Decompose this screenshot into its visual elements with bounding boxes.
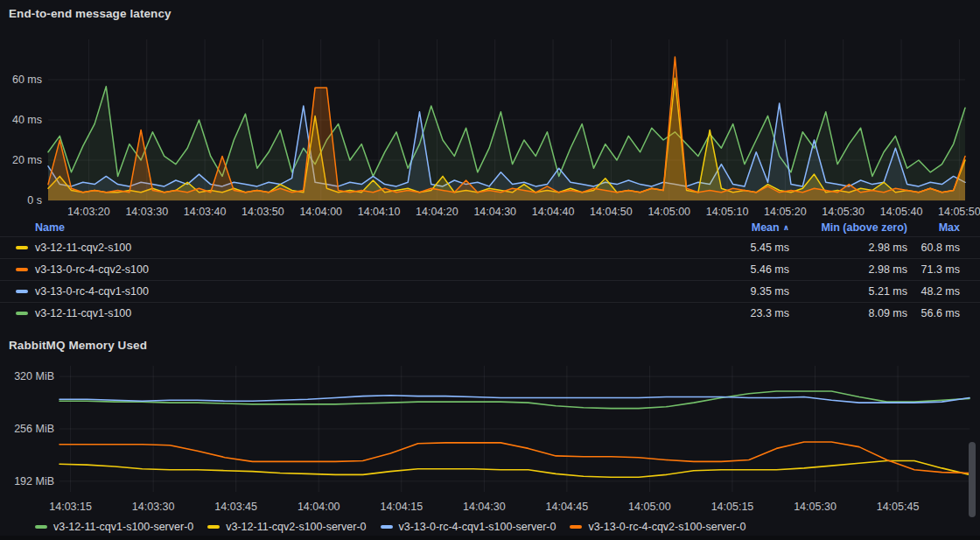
series-min-value: 5.21 ms: [869, 285, 907, 298]
sort-asc-icon: ∧: [783, 223, 789, 232]
series-color-swatch: [35, 525, 47, 529]
svg-text:14:05:45: 14:05:45: [877, 501, 920, 513]
series-color-swatch: [207, 525, 220, 529]
legend-table-row[interactable]: v3-12-11-cqv2-s100 5.45 ms 2.98 ms 60.8 …: [0, 236, 980, 258]
svg-text:192 MiB: 192 MiB: [14, 475, 54, 487]
svg-text:14:04:30: 14:04:30: [463, 501, 506, 513]
series-mean-value: 9.35 ms: [751, 285, 789, 298]
svg-text:14:05:00: 14:05:00: [628, 501, 671, 513]
column-header-name[interactable]: Name: [35, 221, 65, 234]
legend-table-row[interactable]: v3-12-11-cqv1-s100 23.3 ms 8.09 ms 56.6 …: [0, 302, 980, 324]
panel-title-latency: End-to-end message latency: [9, 7, 172, 20]
legend-table-row[interactable]: v3-13-0-rc-4-cqv2-s100 5.46 ms 2.98 ms 7…: [0, 258, 980, 280]
series-min-value: 2.98 ms: [869, 263, 907, 276]
legend-table-header: Name Mean∧ Min (above zero) Max: [0, 218, 980, 236]
series-color-swatch: [570, 525, 582, 529]
legend-item[interactable]: v3-12-11-cqv2-s100-server-0: [207, 521, 366, 533]
series-color-swatch: [381, 525, 393, 529]
svg-text:14:04:15: 14:04:15: [380, 501, 423, 513]
series-mean-value: 5.46 ms: [751, 263, 789, 276]
column-header-max[interactable]: Max: [939, 221, 960, 234]
series-color-swatch: [16, 312, 28, 315]
series-max-value: 48.2 ms: [921, 285, 960, 298]
svg-text:14:03:30: 14:03:30: [132, 501, 175, 513]
series-color-swatch: [16, 246, 28, 249]
series-name: v3-12-11-cqv2-s100-server-0: [226, 521, 366, 533]
column-header-min[interactable]: Min (above zero): [821, 221, 907, 234]
series-name[interactable]: v3-12-11-cqv2-s100: [35, 242, 131, 254]
series-name[interactable]: v3-13-0-rc-4-cqv2-s100: [35, 263, 149, 276]
series-mean-value: 5.45 ms: [751, 242, 789, 254]
series-max-value: 56.6 ms: [921, 307, 960, 319]
series-name: v3-13-0-rc-4-cqv2-s100-server-0: [588, 521, 746, 533]
svg-text:14:04:00: 14:04:00: [298, 501, 340, 513]
series-name[interactable]: v3-12-11-cqv1-s100: [35, 307, 131, 319]
series-max-value: 71.3 ms: [921, 263, 960, 276]
svg-text:256 MiB: 256 MiB: [14, 423, 54, 435]
series-name: v3-12-11-cqv1-s100-server-0: [53, 521, 193, 533]
legend-table-row[interactable]: v3-13-0-rc-4-cqv1-s100 9.35 ms 5.21 ms 4…: [0, 280, 980, 302]
svg-text:14:05:30: 14:05:30: [794, 501, 836, 513]
legend-item[interactable]: v3-12-11-cqv1-s100-server-0: [35, 521, 193, 533]
memory-chart-legend: v3-12-11-cqv1-s100-server-0 v3-12-11-cqv…: [35, 521, 746, 533]
svg-text:14:05:15: 14:05:15: [711, 501, 754, 513]
svg-text:14:03:45: 14:03:45: [214, 501, 257, 513]
page-bottom-edge: [0, 536, 980, 540]
series-mean-value: 23.3 ms: [751, 307, 789, 319]
series-color-swatch: [16, 290, 28, 293]
svg-text:320 MiB: 320 MiB: [14, 370, 54, 382]
panel-title-memory: RabbitMQ Memory Used: [9, 339, 147, 352]
legend-scrollbar[interactable]: [969, 442, 976, 517]
svg-text:14:04:45: 14:04:45: [546, 501, 589, 513]
dashboard: 0 s20 ms40 ms60 ms14:03:2014:03:3014:03:…: [0, 0, 980, 540]
series-name: v3-13-0-rc-4-cqv1-s100-server-0: [399, 521, 556, 533]
legend-item[interactable]: v3-13-0-rc-4-cqv1-s100-server-0: [381, 521, 556, 533]
svg-text:14:03:15: 14:03:15: [49, 501, 92, 513]
series-max-value: 60.8 ms: [921, 242, 960, 254]
series-color-swatch: [16, 268, 28, 271]
legend-table: Name Mean∧ Min (above zero) Max v3-12-11…: [0, 218, 980, 323]
series-min-value: 2.98 ms: [869, 242, 907, 254]
series-min-value: 8.09 ms: [869, 307, 907, 319]
series-name[interactable]: v3-13-0-rc-4-cqv1-s100: [35, 285, 149, 298]
column-header-mean[interactable]: Mean∧: [752, 221, 789, 234]
legend-item[interactable]: v3-13-0-rc-4-cqv2-s100-server-0: [570, 521, 746, 533]
